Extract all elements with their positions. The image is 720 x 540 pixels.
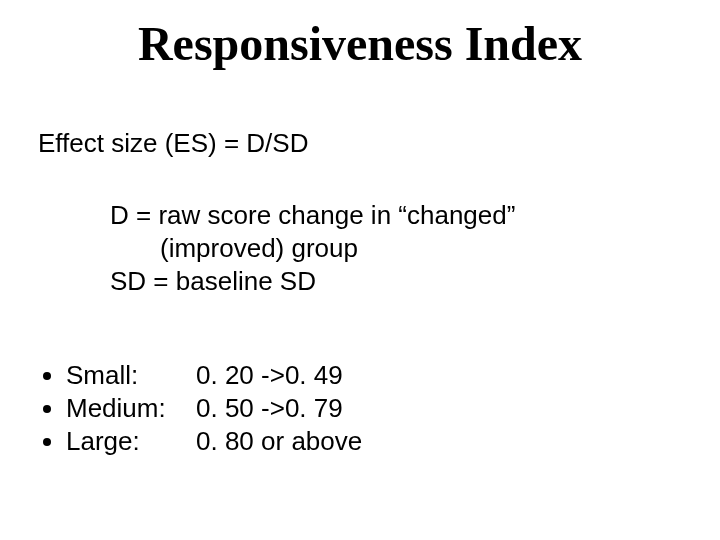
definition-d-line1: D = raw score change in “changed” (110, 200, 515, 231)
list-item: Small: 0. 20 ->0. 49 (66, 360, 362, 391)
list-item: Large: 0. 80 or above (66, 426, 362, 457)
category-label: Medium: (66, 393, 196, 424)
category-label: Large: (66, 426, 196, 457)
list-item: Medium: 0. 50 ->0. 79 (66, 393, 362, 424)
formula-line: Effect size (ES) = D/SD (38, 128, 308, 159)
slide-title: Responsiveness Index (0, 16, 720, 71)
category-range: 0. 20 ->0. 49 (196, 360, 343, 391)
categories-list: Small: 0. 20 ->0. 49 Medium: 0. 50 ->0. … (38, 360, 362, 459)
category-label: Small: (66, 360, 196, 391)
definition-d-line2: (improved) group (160, 233, 515, 264)
definitions-block: D = raw score change in “changed” (impro… (110, 200, 515, 299)
category-range: 0. 80 or above (196, 426, 362, 457)
category-range: 0. 50 ->0. 79 (196, 393, 343, 424)
definition-sd: SD = baseline SD (110, 266, 515, 297)
